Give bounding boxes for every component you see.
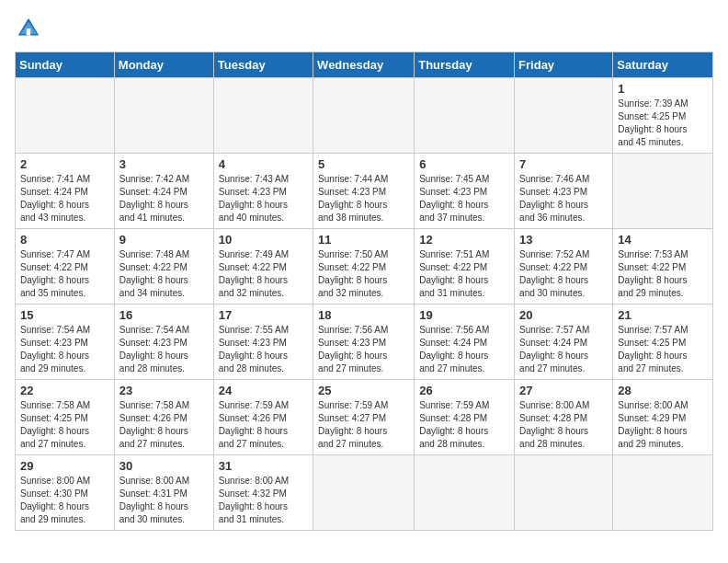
daylight-line1: Daylight: 8 hours <box>419 275 488 285</box>
sunrise: Sunrise: 8:00 AM <box>219 476 289 486</box>
sunrise: Sunrise: 7:56 AM <box>419 325 489 335</box>
day-info: Sunrise: 7:41 AMSunset: 4:24 PMDaylight:… <box>20 173 109 224</box>
daylight-line1: Daylight: 8 hours <box>119 501 188 511</box>
sunrise: Sunrise: 7:52 AM <box>519 249 589 259</box>
day-number: 15 <box>20 308 109 322</box>
calendar-week-row: 29Sunrise: 8:00 AMSunset: 4:30 PMDayligh… <box>16 455 713 531</box>
sunset: Sunset: 4:23 PM <box>219 187 287 197</box>
sunset: Sunset: 4:23 PM <box>419 187 487 197</box>
daylight-line2: and 27 minutes. <box>519 363 585 373</box>
calendar-cell: 22Sunrise: 7:58 AMSunset: 4:25 PMDayligh… <box>16 380 115 455</box>
sunset: Sunset: 4:27 PM <box>318 413 386 423</box>
sunrise: Sunrise: 8:00 AM <box>519 400 589 410</box>
daylight-line2: and 29 minutes. <box>618 439 683 449</box>
daylight-line1: Daylight: 8 hours <box>119 350 188 361</box>
sunrise: Sunrise: 7:49 AM <box>219 249 289 259</box>
day-info: Sunrise: 8:00 AMSunset: 4:28 PMDaylight:… <box>519 399 608 451</box>
daylight-line1: Daylight: 8 hours <box>318 275 387 285</box>
calendar-cell: 6Sunrise: 7:45 AMSunset: 4:23 PMDaylight… <box>415 154 515 229</box>
daylight-line2: and 27 minutes. <box>419 363 484 373</box>
calendar-table: SundayMondayTuesdayWednesdayThursdayFrid… <box>15 52 713 531</box>
calendar-cell: 28Sunrise: 8:00 AMSunset: 4:29 PMDayligh… <box>613 380 713 455</box>
daylight-line1: Daylight: 8 hours <box>119 275 188 285</box>
sunrise: Sunrise: 7:41 AM <box>20 174 90 184</box>
day-number: 8 <box>20 233 109 247</box>
logo-icon <box>15 15 42 42</box>
day-number: 7 <box>519 157 608 171</box>
daylight-line1: Daylight: 8 hours <box>20 426 89 436</box>
daylight-line1: Daylight: 8 hours <box>318 200 387 210</box>
day-number: 9 <box>119 233 209 247</box>
daylight-line2: and 28 minutes. <box>119 363 185 373</box>
day-number: 10 <box>219 233 308 247</box>
sunset: Sunset: 4:23 PM <box>519 187 587 197</box>
daylight-line2: and 28 minutes. <box>519 439 585 449</box>
daylight-line1: Daylight: 8 hours <box>519 350 588 361</box>
calendar-cell <box>313 78 415 154</box>
day-number: 14 <box>618 233 708 247</box>
daylight-line1: Daylight: 8 hours <box>618 275 687 285</box>
calendar-cell: 18Sunrise: 7:56 AMSunset: 4:23 PMDayligh… <box>313 304 415 380</box>
daylight-line2: and 32 minutes. <box>318 288 383 298</box>
header <box>15 15 713 42</box>
day-info: Sunrise: 7:54 AMSunset: 4:23 PMDaylight:… <box>119 324 209 375</box>
sunset: Sunset: 4:23 PM <box>318 187 386 197</box>
day-number: 3 <box>119 157 209 171</box>
sunrise: Sunrise: 7:51 AM <box>419 249 489 259</box>
day-number: 5 <box>318 157 409 171</box>
daylight-line2: and 29 minutes. <box>20 514 85 524</box>
day-info: Sunrise: 7:56 AMSunset: 4:23 PMDaylight:… <box>318 324 409 375</box>
day-info: Sunrise: 7:59 AMSunset: 4:26 PMDaylight:… <box>219 399 308 451</box>
daylight-line2: and 27 minutes. <box>20 439 85 449</box>
calendar-cell: 4Sunrise: 7:43 AMSunset: 4:23 PMDaylight… <box>213 154 313 229</box>
sunset: Sunset: 4:32 PM <box>219 488 287 499</box>
daylight-line2: and 29 minutes. <box>20 363 85 373</box>
daylight-line2: and 27 minutes. <box>318 439 383 449</box>
day-number: 26 <box>419 384 509 397</box>
sunset: Sunset: 4:25 PM <box>20 413 88 423</box>
sunrise: Sunrise: 7:59 AM <box>219 400 289 410</box>
calendar-cell: 1Sunrise: 7:39 AMSunset: 4:25 PMDaylight… <box>613 78 713 154</box>
day-number: 20 <box>519 308 608 322</box>
sunset: Sunset: 4:22 PM <box>318 262 386 272</box>
sunset: Sunset: 4:31 PM <box>119 488 188 499</box>
sunset: Sunset: 4:23 PM <box>20 338 88 348</box>
sunset: Sunset: 4:28 PM <box>519 413 587 423</box>
day-number: 22 <box>20 384 109 397</box>
calendar-cell: 15Sunrise: 7:54 AMSunset: 4:23 PMDayligh… <box>16 304 115 380</box>
day-info: Sunrise: 7:49 AMSunset: 4:22 PMDaylight:… <box>219 248 308 300</box>
daylight-line1: Daylight: 8 hours <box>219 275 288 285</box>
daylight-line2: and 32 minutes. <box>219 288 284 298</box>
sunrise: Sunrise: 7:48 AM <box>119 249 189 259</box>
calendar-cell: 5Sunrise: 7:44 AMSunset: 4:23 PMDaylight… <box>313 154 415 229</box>
daylight-line2: and 27 minutes. <box>219 439 284 449</box>
calendar-cell: 17Sunrise: 7:55 AMSunset: 4:23 PMDayligh… <box>213 304 313 380</box>
day-info: Sunrise: 7:42 AMSunset: 4:24 PMDaylight:… <box>119 173 209 224</box>
logo <box>15 15 46 42</box>
sunrise: Sunrise: 7:58 AM <box>119 400 189 410</box>
sunset: Sunset: 4:24 PM <box>20 187 88 197</box>
sunrise: Sunrise: 7:47 AM <box>20 249 90 259</box>
daylight-line1: Daylight: 8 hours <box>419 350 488 361</box>
day-number: 27 <box>519 384 608 397</box>
daylight-line1: Daylight: 8 hours <box>20 501 89 511</box>
sunset: Sunset: 4:24 PM <box>419 338 487 348</box>
calendar-cell <box>515 78 613 154</box>
daylight-line1: Daylight: 8 hours <box>219 200 288 210</box>
sunset: Sunset: 4:22 PM <box>20 262 88 272</box>
calendar-cell: 19Sunrise: 7:56 AMSunset: 4:24 PMDayligh… <box>415 304 515 380</box>
calendar-cell: 25Sunrise: 7:59 AMSunset: 4:27 PMDayligh… <box>313 380 415 455</box>
calendar-cell: 13Sunrise: 7:52 AMSunset: 4:22 PMDayligh… <box>515 229 613 304</box>
day-info: Sunrise: 7:57 AMSunset: 4:25 PMDaylight:… <box>618 324 708 375</box>
daylight-line2: and 38 minutes. <box>318 213 383 223</box>
sunset: Sunset: 4:30 PM <box>20 488 88 499</box>
calendar-cell <box>313 455 415 531</box>
calendar-week-row: 1Sunrise: 7:39 AMSunset: 4:25 PMDaylight… <box>16 78 713 154</box>
day-number: 30 <box>119 459 209 473</box>
sunrise: Sunrise: 7:58 AM <box>20 400 90 410</box>
sunset: Sunset: 4:26 PM <box>219 413 287 423</box>
sunrise: Sunrise: 7:44 AM <box>318 174 388 184</box>
sunset: Sunset: 4:22 PM <box>219 262 287 272</box>
calendar-cell: 27Sunrise: 8:00 AMSunset: 4:28 PMDayligh… <box>515 380 613 455</box>
day-info: Sunrise: 7:48 AMSunset: 4:22 PMDaylight:… <box>119 248 209 300</box>
